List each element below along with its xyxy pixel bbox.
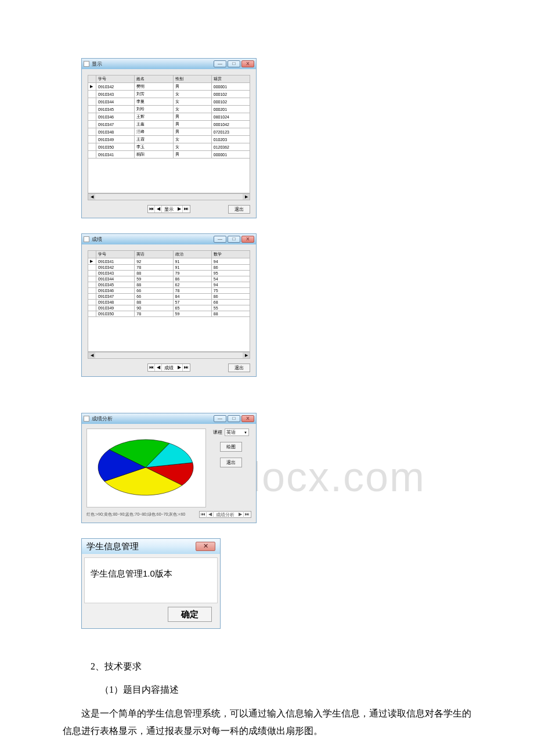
course-value: 英语	[226, 429, 236, 435]
table-row[interactable]: 0910345886294	[88, 282, 250, 288]
minimize-button[interactable]: —	[214, 236, 226, 243]
cell: 94	[211, 258, 250, 265]
cell: 90	[135, 305, 173, 311]
nav-prev-icon[interactable]: ◀	[207, 511, 214, 518]
nav-next-icon[interactable]: ▶	[237, 511, 244, 518]
col-header: 性别	[173, 75, 211, 83]
table-row[interactable]: 0910344598654	[88, 276, 250, 282]
table-row[interactable]: 0910350李玉女0120362	[88, 143, 250, 151]
cell: 0910350	[96, 143, 135, 151]
table-row[interactable]: 0910341杨阳男000001	[88, 151, 250, 159]
window-title: 成绩	[92, 236, 102, 243]
record-navigator: ⏮ ◀ 成绩 ▶ ⏭	[147, 363, 190, 372]
nav-next-icon[interactable]: ▶	[176, 364, 183, 371]
table-row[interactable]: 0910346王辉男0801024	[88, 113, 250, 121]
col-header: 姓名	[135, 75, 173, 83]
horizontal-scrollbar[interactable]: ◀ ▶	[88, 193, 250, 200]
exit-button[interactable]: 退出	[228, 205, 250, 214]
table-row[interactable]: 0910345刘玲女000201	[88, 106, 250, 113]
cell: 王霞	[135, 136, 173, 143]
cell: 000102	[211, 91, 250, 98]
pie-chart	[91, 433, 201, 502]
cell: 0120362	[211, 143, 250, 151]
nav-last-icon[interactable]: ⏭	[183, 206, 190, 213]
exit-button[interactable]: 退出	[220, 458, 242, 467]
cell: 86	[173, 276, 211, 282]
nav-first-icon[interactable]: ⏮	[148, 364, 155, 371]
horizontal-scrollbar[interactable]: ◀ ▶	[88, 352, 250, 359]
record-navigator: ⏮ ◀ 成绩分析 ▶ ⏭	[199, 511, 251, 518]
cell: 000102	[211, 98, 250, 106]
col-header: 学号	[96, 75, 135, 83]
table-row[interactable]: 0910344李曼女000102	[88, 98, 250, 106]
heading-line: 2、技术要求	[81, 658, 476, 675]
cell: 0910343	[96, 271, 135, 276]
cell: 86	[211, 294, 250, 300]
cell: 0001042	[211, 121, 250, 128]
col-header: 籍贯	[211, 75, 250, 83]
close-button[interactable]: X	[241, 236, 254, 243]
cell: 0910346	[96, 113, 135, 121]
cell: 王鑫	[135, 121, 173, 128]
close-button[interactable]: X	[241, 60, 254, 67]
table-row[interactable]: 0910348汪峰男0720123	[88, 128, 250, 136]
nav-first-icon[interactable]: ⏮	[200, 511, 207, 518]
display-window: 显示 — □ X 学号 姓名 性别 籍贯	[81, 58, 257, 218]
table-row[interactable]: 0910343887995	[88, 271, 250, 276]
cell: 杨阳	[135, 151, 173, 159]
maximize-button[interactable]: □	[228, 60, 240, 67]
cell: 男	[173, 113, 211, 121]
scroll-right-icon[interactable]: ▶	[243, 194, 250, 200]
nav-last-icon[interactable]: ⏭	[183, 364, 190, 371]
cell: 0910348	[96, 300, 135, 305]
table-row[interactable]: 0910347王鑫男0001042	[88, 121, 250, 128]
grades-window: 成绩 — □ X 学号 英语 政治 数学	[81, 233, 257, 377]
nav-prev-icon[interactable]: ◀	[155, 206, 162, 213]
cell: 0910348	[96, 128, 135, 136]
chevron-down-icon: ▼	[244, 431, 247, 434]
close-button[interactable]: X	[241, 415, 254, 422]
table-row[interactable]: ▶0910341929194	[88, 258, 250, 265]
cell: 0910347	[96, 294, 135, 300]
scroll-right-icon[interactable]: ▶	[243, 352, 250, 358]
table-row[interactable]: 0910347668486	[88, 294, 250, 300]
minimize-button[interactable]: —	[214, 415, 226, 422]
nav-first-icon[interactable]: ⏮	[148, 206, 155, 213]
maximize-button[interactable]: □	[228, 236, 240, 243]
draw-button[interactable]: 绘图	[220, 442, 242, 452]
cell: 0910344	[96, 276, 135, 282]
cell: 0910345	[96, 282, 135, 288]
cell: 91	[173, 258, 211, 265]
table-row[interactable]: 0910350785988	[88, 311, 250, 317]
table-row[interactable]: 0910343刘芳女000102	[88, 91, 250, 98]
nav-label: 成绩分析	[214, 512, 237, 518]
scroll-left-icon[interactable]: ◀	[88, 194, 95, 200]
dialog-title: 学生信息管理	[86, 541, 139, 552]
cell: 79	[173, 271, 211, 276]
cell: 男	[173, 128, 211, 136]
table-row[interactable]: 0910346667875	[88, 288, 250, 294]
maximize-button[interactable]: □	[228, 415, 240, 422]
cell: 59	[173, 311, 211, 317]
nav-next-icon[interactable]: ▶	[176, 206, 183, 213]
minimize-button[interactable]: —	[214, 60, 226, 67]
table-row[interactable]: 0910349王霞女010203	[88, 136, 250, 143]
nav-last-icon[interactable]: ⏭	[244, 511, 251, 518]
window-title: 显示	[92, 60, 102, 68]
dialog-titlebar: 学生信息管理 ✕	[82, 539, 220, 554]
cell: 李曼	[135, 98, 173, 106]
table-row[interactable]: 0910342789186	[88, 265, 250, 271]
chart-area	[86, 429, 206, 507]
close-button[interactable]: ✕	[196, 542, 215, 551]
scroll-left-icon[interactable]: ◀	[88, 352, 95, 358]
nav-prev-icon[interactable]: ◀	[155, 364, 162, 371]
cell: 0910346	[96, 288, 135, 294]
table-row[interactable]: 0910349906555	[88, 305, 250, 311]
ok-button[interactable]: 确定	[168, 607, 212, 622]
course-select[interactable]: 英语 ▼	[225, 429, 249, 436]
table-row[interactable]: 0910348885768	[88, 300, 250, 305]
cell: 女	[173, 91, 211, 98]
table-row[interactable]: ▶0910342樊明男000001	[88, 83, 250, 91]
exit-button[interactable]: 退出	[228, 363, 250, 372]
cell: 66	[135, 294, 173, 300]
